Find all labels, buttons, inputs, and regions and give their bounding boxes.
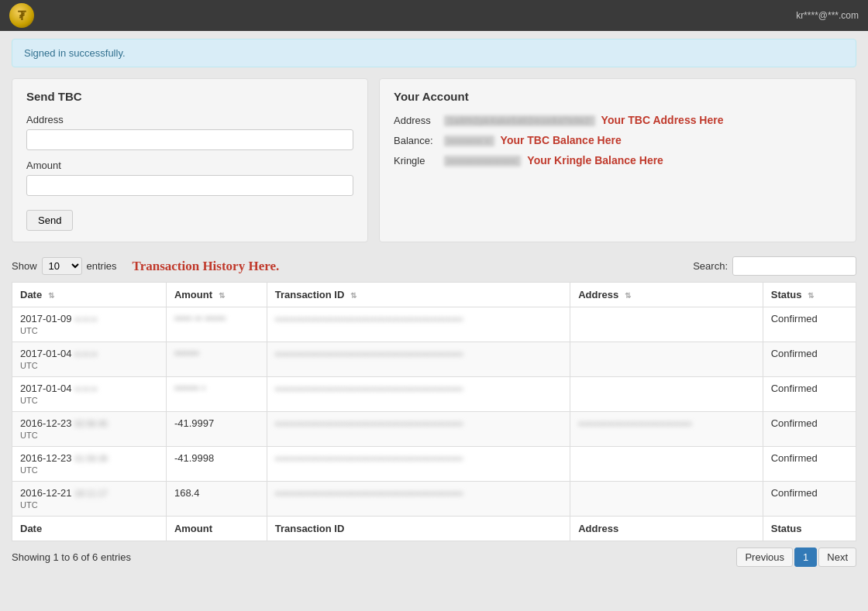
cell-date: 2016-12-23 02:06:45UTC	[12, 412, 167, 447]
main-content: Signed in successfully. Send TBC Address…	[0, 31, 868, 611]
history-label: Transaction History Here.	[133, 259, 280, 274]
search-label: Search:	[693, 260, 728, 272]
footer-txid: Transaction ID	[267, 517, 570, 541]
col-status[interactable]: Status ⇅	[763, 283, 856, 307]
cell-txid: ••••••••••••••••••••••••••••••••••••••••…	[267, 447, 570, 482]
account-balance-row: Balance: ••••••••• • Your TBC Balance He…	[394, 134, 842, 146]
table-footer-row: Date Amount Transaction ID Address Statu…	[12, 517, 856, 541]
logo: ₮	[9, 3, 34, 28]
table-controls-top: Show 10 25 50 100 entries Transaction Hi…	[12, 256, 856, 276]
footer-status: Status	[763, 517, 856, 541]
table-row: 2016-12-23 02:06:45UTC-41.9997••••••••••…	[12, 412, 856, 447]
col-amount[interactable]: Amount ⇅	[166, 283, 267, 307]
cell-date: 2016-12-23 01:58:38UTC	[12, 447, 167, 482]
col-txid[interactable]: Transaction ID ⇅	[267, 283, 570, 307]
account-address-placeholder: Your TBC Address Here	[601, 114, 724, 126]
sort-icon-amount: ⇅	[219, 291, 225, 300]
topbar: ₮ kr****@***.com	[0, 0, 868, 31]
address-form-group: Address	[26, 114, 353, 150]
footer-address: Address	[570, 517, 763, 541]
cell-address	[570, 342, 763, 377]
cell-address	[570, 482, 763, 517]
showing-text: Showing 1 to 6 of 6 entries	[12, 551, 131, 563]
sort-icon-status: ⇅	[808, 291, 814, 300]
cell-txid: ••••••••••••••••••••••••••••••••••••••••…	[267, 307, 570, 342]
cell-date: 2017-01-09 ••:••:••UTC	[12, 307, 167, 342]
alert-banner: Signed in successfully.	[12, 39, 856, 67]
account-balance-blurred: ••••••••• •	[444, 136, 494, 146]
pagination: Previous 1 Next	[736, 547, 856, 567]
cell-address	[570, 377, 763, 412]
cell-txid: ••••••••••••••••••••••••••••••••••••••••…	[267, 412, 570, 447]
account-panel-title: Your Account	[394, 90, 842, 103]
cell-txid: ••••••••••••••••••••••••••••••••••••••••…	[267, 342, 570, 377]
table-row: 2017-01-04 ••:••:••UTC••••••• ••••••••••…	[12, 377, 856, 412]
cell-txid: ••••••••••••••••••••••••••••••••••••••••…	[267, 377, 570, 412]
account-kringle-blurred: ••••••••••••••••••	[444, 156, 521, 166]
cell-amount: •••••••	[166, 342, 267, 377]
user-email: kr****@***.com	[796, 10, 859, 21]
search-box: Search:	[693, 256, 856, 276]
send-panel: Send TBC Address Amount Send	[12, 78, 368, 242]
cell-amount: -41.9998	[166, 447, 267, 482]
cell-amount: -41.9997	[166, 412, 267, 447]
cell-txid: ••••••••••••••••••••••••••••••••••••••••…	[267, 482, 570, 517]
amount-input[interactable]	[26, 175, 353, 196]
transaction-table: Date ⇅ Amount ⇅ Transaction ID ⇅ Address…	[12, 282, 856, 541]
sort-icon-address: ⇅	[625, 291, 631, 300]
entries-label: entries	[87, 260, 117, 272]
prev-button[interactable]: Previous	[736, 547, 793, 567]
table-header-row: Date ⇅ Amount ⇅ Transaction ID ⇅ Address…	[12, 283, 856, 307]
account-balance-placeholder: Your TBC Balance Here	[501, 134, 622, 146]
account-kringle-label: Kringle	[394, 155, 444, 166]
table-row: 2017-01-09 ••:••:••UTC••••• •• •••••••••…	[12, 307, 856, 342]
cell-address: ••••••••••••••••••••••••••••••••••••••	[570, 412, 763, 447]
col-date[interactable]: Date ⇅	[12, 283, 167, 307]
panels-row: Send TBC Address Amount Send Your Accoun…	[12, 78, 856, 242]
show-label: Show	[12, 260, 37, 272]
account-kringle-row: Kringle •••••••••••••••••• Your Kringle …	[394, 154, 842, 166]
address-label: Address	[26, 114, 353, 125]
cell-status: Confirmed	[763, 377, 856, 412]
cell-date: 2017-01-04 ••:••:••UTC	[12, 342, 167, 377]
account-panel: Your Account Address 1a8fh2pk4ake5d02mxe…	[379, 78, 856, 242]
cell-amount: ••••• •• ••••••	[166, 307, 267, 342]
address-input[interactable]	[26, 129, 353, 150]
cell-status: Confirmed	[763, 307, 856, 342]
cell-status: Confirmed	[763, 482, 856, 517]
cell-status: Confirmed	[763, 447, 856, 482]
cell-date: 2017-01-04 ••:••:••UTC	[12, 377, 167, 412]
table-row: 2016-12-21 18:11:17UTC168.4•••••••••••••…	[12, 482, 856, 517]
page-1-button[interactable]: 1	[794, 547, 817, 567]
entries-select[interactable]: 10 25 50 100	[42, 257, 82, 275]
send-button[interactable]: Send	[26, 210, 73, 231]
cell-status: Confirmed	[763, 412, 856, 447]
alert-message: Signed in successfully.	[24, 47, 126, 59]
account-balance-label: Balance:	[394, 135, 444, 146]
cell-address	[570, 307, 763, 342]
cell-address	[570, 447, 763, 482]
table-footer: Showing 1 to 6 of 6 entries Previous 1 N…	[12, 547, 856, 567]
table-row: 2017-01-04 ••:••:••UTC••••••••••••••••••…	[12, 342, 856, 377]
sort-icon-txid: ⇅	[350, 291, 356, 300]
table-row: 2016-12-23 01:58:38UTC-41.9998••••••••••…	[12, 447, 856, 482]
search-input[interactable]	[732, 256, 856, 276]
account-address-blurred: 1a8fh2pk4ake5d02mxe8d7b9k2	[444, 115, 595, 126]
amount-label: Amount	[26, 160, 353, 171]
footer-amount: Amount	[166, 517, 267, 541]
account-kringle-placeholder: Your Kringle Balance Here	[527, 154, 663, 166]
col-address[interactable]: Address ⇅	[570, 283, 763, 307]
footer-date: Date	[12, 517, 167, 541]
sort-icon-date: ⇅	[48, 291, 54, 300]
show-entries: Show 10 25 50 100 entries	[12, 257, 117, 275]
account-address-label: Address	[394, 115, 444, 126]
cell-date: 2016-12-21 18:11:17UTC	[12, 482, 167, 517]
cell-amount: 168.4	[166, 482, 267, 517]
send-panel-title: Send TBC	[26, 90, 353, 103]
cell-amount: ••••••• •	[166, 377, 267, 412]
cell-status: Confirmed	[763, 342, 856, 377]
amount-form-group: Amount	[26, 160, 353, 196]
account-address-row: Address 1a8fh2pk4ake5d02mxe8d7b9k2 Your …	[394, 114, 842, 126]
next-button[interactable]: Next	[818, 547, 856, 567]
